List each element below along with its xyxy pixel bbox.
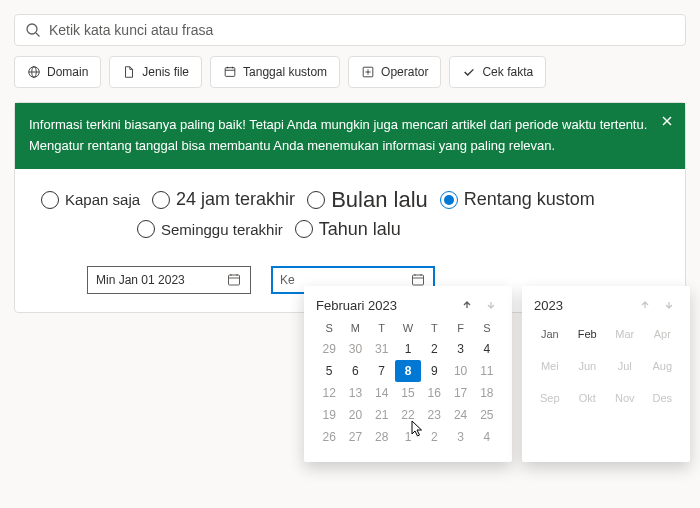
day-cell: 15 [395,382,421,404]
month-picker-title[interactable]: 2023 [534,298,563,313]
search-input[interactable]: Ketik kata kunci atau frasa [14,14,686,46]
day-cell: 12 [316,382,342,404]
day-cell: 29 [316,338,342,360]
svg-rect-18 [413,275,424,285]
day-cell: 21 [369,404,395,426]
month-next-button[interactable] [660,296,678,314]
day-cell: 10 [447,360,473,382]
month-cell: Jun [572,356,604,376]
day-cell[interactable]: 5 [316,360,342,382]
day-cell: 4 [474,426,500,448]
filter-domain-label: Domain [47,65,88,79]
svg-point-0 [27,24,37,34]
radio-lastweek-label: Seminggu terakhir [161,221,283,238]
day-cell[interactable]: 2 [421,338,447,360]
arrow-down-icon [663,299,675,311]
check-icon [462,65,476,79]
filter-custom-date-label: Tanggal kustom [243,65,327,79]
day-cell[interactable]: 8 [395,360,421,382]
radio-custom-label: Rentang kustom [464,189,595,210]
month-cell: Apr [647,324,679,344]
calendar-icon [223,65,237,79]
day-cell[interactable]: 7 [369,360,395,382]
filter-domain[interactable]: Domain [14,56,101,88]
day-cell[interactable]: 9 [421,360,447,382]
dow-label: T [421,320,447,336]
filter-fact-check-label: Cek fakta [482,65,533,79]
day-grid: 2930311234567891011121314151617181920212… [316,338,500,448]
radio-anytime-label: Kapan saja [65,191,140,208]
day-cell: 16 [421,382,447,404]
day-cell: 20 [342,404,368,426]
filter-row: Domain Jenis file Tanggal kustom Operato… [14,56,686,88]
date-range-card: Informasi terkini biasanya paling baik! … [14,102,686,313]
close-icon [659,113,675,129]
radio-anytime[interactable]: Kapan saja [41,191,140,209]
radio-last24-label: 24 jam terakhir [176,189,295,210]
radio-lastyear[interactable]: Tahun lalu [295,219,401,240]
radio-lastweek[interactable]: Seminggu terakhir [137,220,283,238]
month-cell[interactable]: Jan [534,324,566,344]
radio-lastmonth[interactable]: Bulan lalu [307,187,428,213]
day-cell: 22 [395,404,421,426]
month-cell[interactable]: Feb [572,324,604,344]
arrow-up-icon [639,299,651,311]
day-cell: 1 [395,426,421,448]
banner-close-button[interactable] [659,113,675,136]
search-placeholder: Ketik kata kunci atau frasa [49,22,213,38]
svg-rect-14 [229,275,240,285]
calendar-popups: Februari 2023 SMTWTFS 293031123456789101… [304,286,690,462]
month-prev-button[interactable] [636,296,654,314]
filter-operator-label: Operator [381,65,428,79]
day-cell[interactable]: 1 [395,338,421,360]
day-cell: 3 [447,426,473,448]
month-cell: Aug [647,356,679,376]
day-cell: 14 [369,382,395,404]
day-cell[interactable]: 4 [474,338,500,360]
month-cell: Okt [572,388,604,408]
day-cell: 11 [474,360,500,382]
date-radio-group: Kapan saja 24 jam terakhir Bulan lalu Re… [15,169,685,258]
day-cell: 25 [474,404,500,426]
radio-lastmonth-label: Bulan lalu [331,187,428,213]
month-cell: Mei [534,356,566,376]
arrow-up-icon [461,299,473,311]
month-cell: Jul [609,356,641,376]
day-cell: 24 [447,404,473,426]
arrow-down-icon [485,299,497,311]
month-cell: Des [647,388,679,408]
month-grid: JanFebMarAprMeiJunJulAugSepOktNovDes [534,324,678,408]
filter-fact-check[interactable]: Cek fakta [449,56,546,88]
radio-last24[interactable]: 24 jam terakhir [152,189,295,210]
day-prev-button[interactable] [458,296,476,314]
day-next-button[interactable] [482,296,500,314]
day-picker: Februari 2023 SMTWTFS 293031123456789101… [304,286,512,462]
day-cell: 28 [369,426,395,448]
svg-line-1 [36,33,40,37]
calendar-icon [226,272,242,288]
date-from-field[interactable]: Min Jan 01 2023 [87,266,251,294]
radio-custom[interactable]: Rentang kustom [440,189,595,210]
dow-label: M [342,320,368,336]
month-cell: Sep [534,388,566,408]
day-cell: 30 [342,338,368,360]
day-cell: 18 [474,382,500,404]
plus-icon [361,65,375,79]
day-cell[interactable]: 6 [342,360,368,382]
radio-lastyear-label: Tahun lalu [319,219,401,240]
date-from-value: Min Jan 01 2023 [96,273,185,287]
globe-icon [27,65,41,79]
filter-file-type[interactable]: Jenis file [109,56,202,88]
day-cell[interactable]: 3 [447,338,473,360]
filter-file-type-label: Jenis file [142,65,189,79]
dow-label: S [316,320,342,336]
month-picker: 2023 JanFebMarAprMeiJunJulAugSepOktNovDe… [522,286,690,462]
day-cell: 27 [342,426,368,448]
day-cell: 17 [447,382,473,404]
date-to-placeholder: Ke [280,273,295,287]
filter-operator[interactable]: Operator [348,56,441,88]
filter-custom-date[interactable]: Tanggal kustom [210,56,340,88]
day-picker-title[interactable]: Februari 2023 [316,298,397,313]
dow-label: S [474,320,500,336]
day-cell: 2 [421,426,447,448]
